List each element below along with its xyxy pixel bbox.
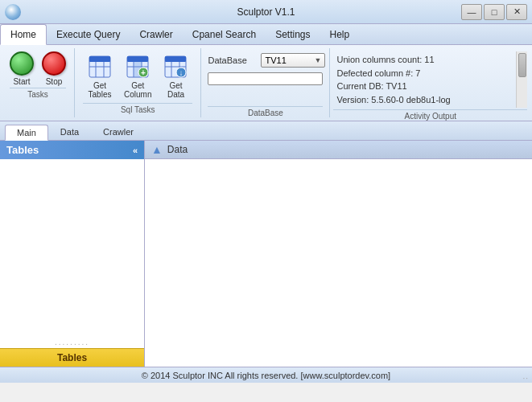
- svg-rect-7: [127, 56, 148, 62]
- footer-text: © 2014 Sculptor INC All rights reserved.…: [142, 371, 390, 380]
- menu-item-settings[interactable]: Settings: [266, 24, 320, 44]
- get-tables-label: GetTables: [89, 81, 112, 99]
- activity-line-1: Union columns count: 11: [336, 53, 513, 67]
- progress-bar: [208, 72, 323, 85]
- start-button[interactable]: [10, 51, 34, 76]
- get-column-label: GetColumn: [124, 81, 151, 99]
- app-icon: [5, 4, 21, 20]
- svg-text:↓: ↓: [179, 68, 184, 77]
- dropdown-arrow-icon: ▼: [315, 56, 322, 64]
- get-column-icon: +: [125, 54, 151, 80]
- data-content[interactable]: [145, 159, 532, 367]
- menu-bar: Home Execute Query Crawler Cpanel Search…: [0, 24, 532, 45]
- menu-item-cpanel-search[interactable]: Cpanel Search: [183, 24, 266, 44]
- database-select[interactable]: TV11 ▼: [261, 53, 325, 68]
- menu-item-home[interactable]: Home: [0, 24, 47, 45]
- data-header-arrow-icon: ▲: [151, 143, 163, 156]
- activity-output-label: Activity Output: [333, 109, 527, 121]
- get-tables-icon: [87, 54, 113, 80]
- content-area: Tables « ......... Tables ▲ Data ··: [0, 141, 532, 367]
- activity-content: Union columns count: 11 Defected column …: [333, 51, 516, 108]
- tables-header-label: Tables: [6, 144, 39, 156]
- get-column-button[interactable]: + GetColumn: [120, 51, 155, 101]
- database-label: DataBase: [208, 55, 256, 65]
- footer: © 2014 Sculptor INC All rights reserved.…: [0, 367, 532, 383]
- tables-collapse-button[interactable]: «: [133, 146, 138, 155]
- window-title: Sculptor V1.1: [237, 6, 295, 18]
- data-panel: ▲ Data ··: [145, 141, 532, 367]
- get-data-button[interactable]: ↓ GetData: [159, 51, 192, 101]
- resize-handle: ··: [522, 374, 529, 383]
- sql-tasks-group-label: Sql Tasks: [83, 103, 192, 114]
- tasks-group-label: Tasks: [10, 88, 66, 99]
- activity-line-2: Defected column #: 7: [336, 67, 513, 80]
- database-group: DataBase TV11 ▼ DataBase: [201, 48, 330, 117]
- sql-tasks-group: GetTables + GetColumn: [75, 48, 201, 117]
- menu-item-crawler[interactable]: Crawler: [130, 24, 182, 44]
- close-button[interactable]: ✕: [506, 4, 527, 20]
- tab-data[interactable]: Data: [48, 124, 91, 140]
- progress-row: [208, 72, 323, 85]
- start-label: Start: [13, 77, 30, 86]
- title-bar-left: [5, 4, 21, 20]
- tables-header: Tables «: [0, 141, 144, 159]
- activity-scrollbar[interactable]: [516, 51, 527, 108]
- title-controls: — □ ✕: [461, 4, 527, 20]
- minimize-button[interactable]: —: [461, 4, 482, 20]
- menu-item-help[interactable]: Help: [320, 24, 359, 44]
- stop-label: Stop: [46, 77, 63, 86]
- sql-buttons: GetTables + GetColumn: [83, 51, 192, 101]
- tables-content[interactable]: [0, 159, 144, 336]
- get-data-icon: ↓: [163, 54, 188, 80]
- database-selected-value: TV11: [265, 55, 286, 65]
- data-header-label: Data: [167, 144, 188, 155]
- tables-footer: Tables: [0, 348, 144, 367]
- scroll-handle[interactable]: [518, 53, 526, 77]
- data-header: ▲ Data: [145, 141, 532, 159]
- activity-line-3: Current DB: TV11: [336, 80, 513, 93]
- tab-crawler[interactable]: Crawler: [91, 124, 146, 140]
- ribbon: Start Stop Tasks: [0, 45, 532, 121]
- get-tables-button[interactable]: GetTables: [83, 51, 117, 101]
- stop-button[interactable]: [42, 51, 66, 76]
- tab-main[interactable]: Main: [5, 125, 48, 141]
- title-bar: Sculptor V1.1 — □ ✕: [0, 0, 532, 24]
- maximize-button[interactable]: □: [484, 4, 505, 20]
- database-row: DataBase TV11 ▼: [208, 53, 323, 68]
- tables-panel: Tables « ......... Tables: [0, 141, 145, 367]
- tasks-group: Start Stop Tasks: [5, 48, 75, 117]
- database-group-label: DataBase: [208, 106, 323, 117]
- get-data-label: GetData: [167, 81, 184, 99]
- activity-output-group: Union columns count: 11 Defected column …: [330, 48, 527, 117]
- tasks-buttons: Start Stop: [10, 51, 66, 86]
- tables-scroll-hint: .........: [0, 336, 144, 348]
- svg-text:+: +: [141, 68, 146, 77]
- svg-rect-5: [89, 56, 110, 62]
- activity-line-4: Version: 5.5.60-0 deb8u1-log: [336, 93, 513, 107]
- svg-rect-15: [165, 56, 186, 62]
- activity-area: Union columns count: 11 Defected column …: [333, 51, 527, 108]
- menu-item-execute-query[interactable]: Execute Query: [47, 24, 130, 44]
- sub-tabs: Main Data Crawler: [0, 121, 532, 141]
